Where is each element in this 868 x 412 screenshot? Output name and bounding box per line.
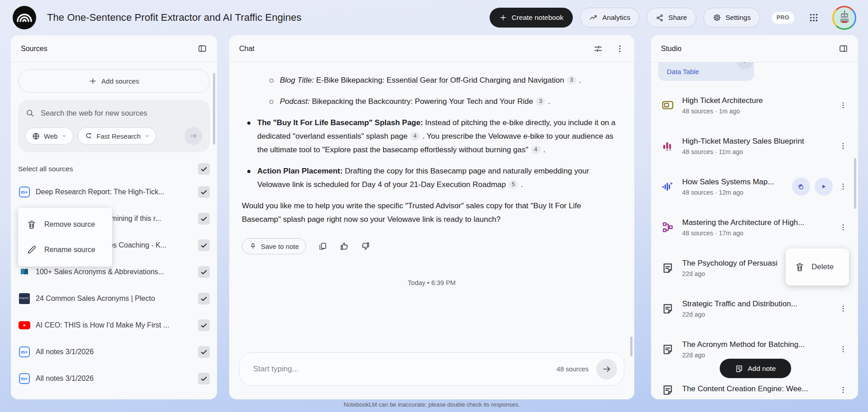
data-table-label: Data Table [667,68,699,75]
data-table-chip[interactable]: Data Table › [658,62,754,81]
analytics-button[interactable]: Analytics [580,8,639,28]
create-notebook-label: Create notebook [512,14,564,22]
citation-chip[interactable]: 4 [410,132,420,140]
source-row[interactable]: AI CEO: THIS is How I'd Make My First ..… [11,312,217,338]
studio-item-row[interactable]: High Ticket Architecture 48 sources · 1m… [651,85,858,126]
flashcards-icon [660,99,675,112]
chat-closing-paragraph: Would you like me to help you write the … [242,199,622,226]
chat-bullet-list: The "Buy It For Life Basecamp" Splash Pa… [242,116,622,192]
studio-item-title: High-Ticket Mastery Sales Blueprint [682,137,837,146]
settings-label: Settings [726,14,751,22]
interactive-mode-hand-icon[interactable] [792,178,810,196]
notebook-title: The One-Sentence Profit Extractor and AI… [47,12,302,23]
search-submit-button[interactable] [184,127,203,145]
settings-button[interactable]: Settings [703,8,760,28]
source-checkbox[interactable] [198,213,210,225]
create-notebook-button[interactable]: Create notebook [490,8,573,28]
select-all-row: Select all sources [18,163,210,175]
source-row[interactable]: m+ Deep Research Report: The High-Tick..… [11,178,217,205]
play-icon[interactable] [815,178,833,196]
citation-chip[interactable]: 3 [567,76,576,84]
avatar[interactable] [832,6,856,30]
source-row[interactable]: m+ All notes 3/1/2026 [11,365,217,392]
source-checkbox[interactable] [198,373,210,384]
studio-item-row[interactable]: High-Ticket Mastery Sales Blueprint 48 s… [651,126,858,166]
chat-settings-tune-icon[interactable] [593,44,603,54]
studio-item-meta: 48 sources · 11m ago [682,148,837,155]
studio-item-row[interactable]: Mastering the Architecture of High... 48… [651,207,858,248]
search-icon [25,108,35,118]
thumbs-up-icon[interactable] [339,241,349,251]
chevron-down-icon [61,133,67,139]
source-checkbox[interactable] [198,239,210,251]
studio-item-more-icon[interactable] [837,386,849,394]
studio-item-row[interactable]: Strategic Traffic and Distribution... 22… [651,288,858,329]
chat-sub-bullet: Podcast: Bikepacking the Backcountry: Po… [280,95,622,108]
web-filter-label: Web [44,132,58,140]
sources-scrollbar[interactable] [213,73,215,145]
chevron-down-icon [144,133,150,139]
research-mode-label: Fast Research [97,132,141,140]
research-mode-dropdown[interactable]: Fast Research [78,127,156,145]
trending-up-icon [589,13,598,22]
source-row[interactable]: m+ All notes 3/1/2026 [11,338,217,365]
analytics-label: Analytics [602,14,630,22]
delete-menu-item[interactable]: Delete [786,248,849,286]
share-label: Share [668,14,687,22]
expand-chevron-icon[interactable]: › [736,62,754,69]
collapse-sources-panel-icon[interactable] [198,44,207,53]
studio-item-more-icon[interactable] [837,345,849,353]
studio-item-title: High Ticket Architecture [682,96,837,105]
add-note-label: Add note [748,365,776,373]
notebooklm-logo-icon[interactable] [12,5,37,30]
studio-item-more-icon[interactable] [837,183,849,191]
studio-item-more-icon[interactable] [837,142,849,150]
share-button[interactable]: Share [646,8,696,28]
remove-source-menu-item[interactable]: Remove source [18,212,112,237]
send-message-button[interactable] [596,359,617,379]
youtube-icon [18,319,30,331]
sources-panel-title: Sources [21,45,47,53]
source-checkbox[interactable] [198,346,210,358]
globe-icon [32,132,40,140]
chat-bullet: Action Plan Placement: Drafting the copy… [257,164,622,192]
save-to-note-button[interactable]: Save to note [242,238,306,254]
source-checkbox[interactable] [198,266,210,278]
plus-icon [499,14,507,22]
bullet-text: . [521,180,523,189]
collapse-studio-panel-icon[interactable] [839,44,848,53]
citation-chip[interactable]: 4 [531,145,541,154]
source-checkbox[interactable] [198,319,210,331]
studio-scrollbar[interactable] [854,158,856,209]
chat-date-divider: Today • 6:39 PM [242,276,622,290]
studio-item-meta: 48 sources · 17m ago [682,229,837,237]
studio-item-row[interactable]: How Sales Systems Map... 48 sources · 12… [651,166,858,207]
chat-more-options-icon[interactable] [615,44,624,53]
citation-chip[interactable]: 5 [509,180,518,189]
citation-chip[interactable]: 3 [536,97,545,106]
chat-input[interactable] [253,365,557,374]
web-search-input[interactable] [41,109,203,117]
sub-bullet-text: Bikepacking the Backcountry: Powering Yo… [310,97,533,106]
web-filter-dropdown[interactable]: Web [25,127,73,145]
rename-source-menu-item[interactable]: Rename source [18,237,112,262]
add-note-button[interactable]: Add note [720,359,791,378]
chat-scrollbar[interactable] [630,337,632,356]
add-sources-button[interactable]: Add sources [18,69,210,93]
source-checkbox[interactable] [198,293,210,304]
studio-item-more-icon[interactable] [837,304,849,313]
studio-item-more-icon[interactable] [837,223,849,231]
google-apps-grid-icon[interactable] [806,10,821,25]
note-icon [660,343,675,355]
arrow-right-icon [602,364,612,374]
studio-item-meta: 22d ago [682,311,837,318]
studio-item-more-icon[interactable] [837,101,849,109]
source-checkbox[interactable] [198,186,210,198]
copy-icon[interactable] [318,242,327,251]
select-all-checkbox[interactable] [198,163,210,175]
source-row[interactable]: PLECTO 24 Common Sales Acronyms | Plecto [11,285,217,312]
source-title: All notes 3/1/2026 [36,375,193,383]
chat-input-bar: 48 sources [239,352,624,386]
thumbs-down-icon[interactable] [361,241,371,251]
sub-bullet-text: . [579,76,581,84]
